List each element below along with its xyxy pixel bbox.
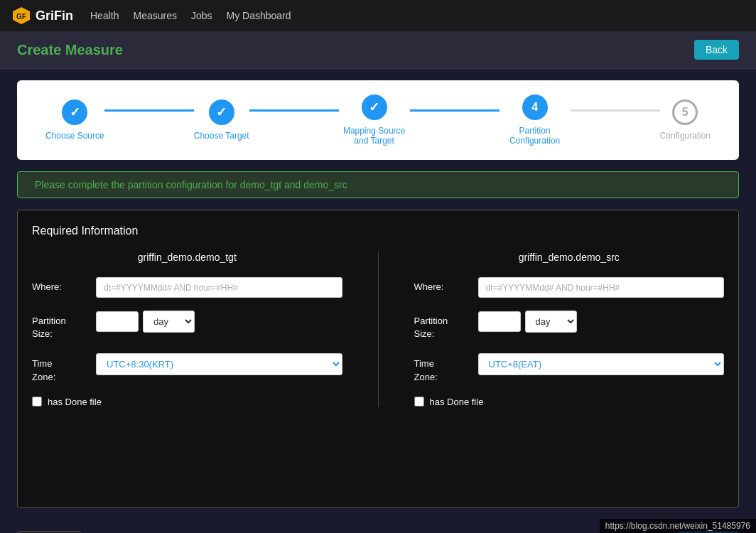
- nav-jobs[interactable]: Jobs: [191, 7, 212, 24]
- columns-container: griffin_demo.demo_tgt Where: PartitionSi…: [32, 252, 724, 407]
- right-timezone-wrapper: UTC+8(EAT) UTC+8:30(KRT) UTC UTC+5:30(IS…: [478, 353, 725, 375]
- page-header: Create Measure Back: [0, 31, 756, 69]
- navbar: GF GriFin Health Measures Jobs My Dashbo…: [0, 0, 756, 31]
- left-timezone-label: TimeZone:: [32, 353, 89, 383]
- step-4-circle: 4: [522, 95, 548, 120]
- url-bar: https://blog.csdn.net/weixin_51485976: [600, 519, 756, 533]
- step-2: Choose Target: [194, 99, 249, 141]
- step-4-number: 4: [531, 101, 538, 114]
- right-partition-row: PartitionSize: 1 day hour week: [414, 311, 725, 340]
- step-line-1: [104, 109, 194, 112]
- required-info-title: Required Information: [32, 225, 724, 237]
- right-where-label: Where:: [414, 277, 471, 292]
- step-5-label: Configuration: [660, 131, 711, 141]
- required-info-panel: Required Information griffin_demo.demo_t…: [17, 210, 739, 508]
- left-done-file-checkbox[interactable]: [32, 397, 42, 407]
- right-done-file-label: has Done file: [430, 397, 484, 407]
- left-where-label: Where:: [32, 277, 89, 292]
- step-3-circle: [362, 95, 387, 120]
- step-3: Mapping Source and Target: [339, 95, 410, 146]
- left-partition-unit[interactable]: day hour week: [143, 311, 195, 333]
- step-1-circle: [62, 99, 87, 125]
- left-partition-row: PartitionSize: 1 day hour week: [32, 311, 342, 340]
- step-4: 4 Partition Configuration: [500, 95, 571, 146]
- right-where-row: Where:: [414, 277, 725, 298]
- step-5-number: 5: [682, 106, 688, 119]
- left-timezone-row: TimeZone: UTC+8:30(KRT) UTC+8(EAT) UTC U…: [32, 353, 342, 383]
- step-1-label: Choose Source: [45, 131, 104, 141]
- left-partition-controls: 1 day hour week: [96, 311, 342, 333]
- nav-links: Health Measures Jobs My Dashboard: [90, 7, 291, 24]
- left-done-file-row: has Done file: [32, 397, 342, 407]
- right-timezone-select[interactable]: UTC+8(EAT) UTC+8:30(KRT) UTC UTC+5:30(IS…: [478, 353, 725, 375]
- step-2-label: Choose Target: [194, 131, 249, 141]
- right-column-title: griffin_demo.demo_src: [414, 252, 725, 263]
- url-text: https://blog.csdn.net/weixin_51485976: [605, 521, 750, 531]
- right-timezone-label: TimeZone:: [414, 353, 471, 383]
- step-1: Choose Source: [45, 99, 104, 141]
- right-partition-unit[interactable]: day hour week: [525, 311, 577, 333]
- step-2-check: [216, 104, 227, 120]
- left-partition-number[interactable]: 1: [96, 311, 139, 332]
- left-done-file-label: has Done file: [48, 397, 102, 407]
- step-line-3: [410, 109, 500, 112]
- step-5-circle: 5: [672, 99, 698, 125]
- logo-icon: GF: [11, 6, 31, 26]
- left-where-input[interactable]: [96, 277, 342, 298]
- right-partition-controls: 1 day hour week: [478, 311, 725, 333]
- step-line-4: [571, 109, 660, 112]
- right-column: griffin_demo.demo_src Where: PartitionSi…: [414, 252, 725, 407]
- back-button-top[interactable]: Back: [694, 40, 739, 60]
- step-3-label: Mapping Source and Target: [339, 126, 410, 146]
- step-5: 5 Configuration: [660, 99, 711, 141]
- left-column-title: griffin_demo.demo_tgt: [32, 252, 342, 263]
- step-3-check: [369, 99, 379, 115]
- right-done-file-checkbox[interactable]: [414, 397, 424, 407]
- right-done-file-row: has Done file: [414, 397, 725, 407]
- nav-dashboard[interactable]: My Dashboard: [227, 7, 291, 24]
- brand-name: GriFin: [36, 9, 73, 23]
- brand-logo: GF GriFin: [11, 6, 73, 26]
- right-partition-label: PartitionSize:: [414, 311, 471, 340]
- right-timezone-row: TimeZone: UTC+8(EAT) UTC+8:30(KRT) UTC U…: [414, 353, 725, 383]
- step-line-2: [249, 109, 339, 112]
- step-2-circle: [209, 99, 234, 125]
- nav-health[interactable]: Health: [90, 7, 119, 24]
- left-where-row: Where:: [32, 277, 342, 298]
- left-column: griffin_demo.demo_tgt Where: PartitionSi…: [32, 252, 342, 407]
- left-timezone-select[interactable]: UTC+8:30(KRT) UTC+8(EAT) UTC UTC+5:30(IS…: [96, 353, 342, 375]
- step-4-label: Partition Configuration: [500, 126, 571, 146]
- column-divider: [378, 252, 379, 407]
- alert-message: Please complete the partition configurat…: [17, 171, 739, 198]
- page-title: Create Measure: [17, 42, 123, 58]
- stepper: Choose Source Choose Target Mapping Sour…: [45, 95, 711, 146]
- right-partition-number[interactable]: 1: [478, 311, 521, 332]
- left-timezone-wrapper: UTC+8:30(KRT) UTC+8(EAT) UTC UTC+5:30(IS…: [96, 353, 342, 375]
- nav-measures[interactable]: Measures: [133, 7, 176, 24]
- step-1-check: [70, 104, 80, 120]
- alert-text: Please complete the partition configurat…: [35, 179, 347, 190]
- svg-text:GF: GF: [16, 13, 26, 21]
- stepper-container: Choose Source Choose Target Mapping Sour…: [17, 80, 739, 160]
- right-where-input[interactable]: [478, 277, 725, 298]
- left-partition-label: PartitionSize:: [32, 311, 89, 340]
